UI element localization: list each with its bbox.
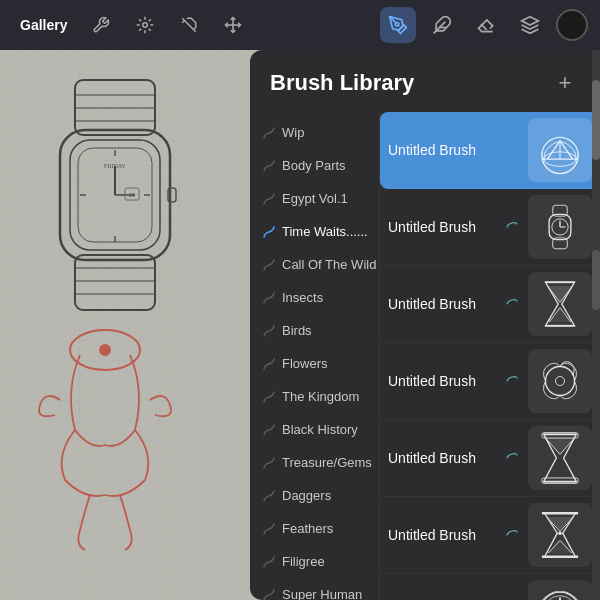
brush-icon [262,159,276,173]
svg-point-41 [546,367,575,396]
brush-item[interactable]: Untitled Brush [380,497,600,574]
brush-info: Untitled Brush [388,142,500,158]
brush-checkmark-icon [504,527,520,543]
brush-icon [262,357,276,371]
brush-name: Untitled Brush [388,527,500,543]
category-item-insects[interactable]: Insects [250,281,379,314]
category-item-flowers[interactable]: Flowers [250,347,379,380]
brush-icon [262,192,276,206]
category-list: Wip Body Parts Egypt Vol.1 Time Waits...… [250,112,380,600]
category-label: Flowers [282,356,328,371]
brush-thumbnail [528,118,592,182]
svg-point-24 [396,23,399,26]
category-item-black-history[interactable]: Black History [250,413,379,446]
category-item-filigree[interactable]: Filigree [250,545,379,578]
brush-thumbnail [528,503,592,567]
brush-icon [262,555,276,569]
brush-thumbnail [528,580,592,600]
category-item-the-kingdom[interactable]: The Kingdom [250,380,379,413]
brush-name: Untitled Brush [388,219,500,235]
category-label: The Kingdom [282,389,359,404]
brush-item[interactable]: Untitled Brush [380,420,600,497]
brush-item[interactable]: Untitled Brush [380,266,600,343]
category-item-birds[interactable]: Birds [250,314,379,347]
category-label: Wip [282,125,304,140]
panel-content: Wip Body Parts Egypt Vol.1 Time Waits...… [250,112,600,600]
category-label: Egypt Vol.1 [282,191,348,206]
add-brush-button[interactable]: + [550,68,580,98]
brush-info: Untitled Brush [388,450,500,466]
svg-point-49 [558,531,562,535]
brush-thumbnail [528,426,592,490]
panel-scrollbar[interactable] [592,50,600,600]
brush-icon [262,291,276,305]
brush-name: Untitled Brush [388,142,500,158]
move-button[interactable] [215,7,251,43]
modify-button[interactable] [127,7,163,43]
smudge-button[interactable] [171,7,207,43]
brush-info: Untitled Brush [388,373,500,389]
brush-checkmark-icon [504,373,520,389]
category-label: Body Parts [282,158,346,173]
brush-list: Untitled Brush Untitled Brush Untitled B… [380,112,600,600]
category-item-super-human[interactable]: Super Human [250,578,379,600]
category-label: Insects [282,290,323,305]
category-item-egypt-vol1[interactable]: Egypt Vol.1 [250,182,379,215]
brush-name: Untitled Brush [388,450,500,466]
category-label: Time Waits...... [282,224,368,239]
smudge-tool-button[interactable] [424,7,460,43]
svg-point-23 [143,23,148,28]
brush-icon [262,258,276,272]
brush-name: Untitled Brush [388,373,500,389]
brush-icon [262,456,276,470]
brush-icon [262,489,276,503]
brush-icon [262,126,276,140]
category-label: Daggers [282,488,331,503]
brush-thumbnail [528,349,592,413]
brush-icon [262,390,276,404]
category-item-time-waits[interactable]: Time Waits...... [250,215,379,248]
pencil-tool-button[interactable] [380,7,416,43]
panel-header: Brush Library + [250,50,600,112]
category-label: Treasure/Gems [282,455,372,470]
brush-icon [262,423,276,437]
category-label: Filigree [282,554,325,569]
brush-checkmark-icon [504,450,520,466]
category-label: Birds [282,323,312,338]
brush-item[interactable]: Untitled Brush [380,112,600,189]
brush-info: Untitled Brush [388,296,500,312]
brush-name: Untitled Brush [388,296,500,312]
brush-info: Untitled Brush [388,219,500,235]
category-item-wip[interactable]: Wip [250,116,379,149]
category-item-feathers[interactable]: Feathers [250,512,379,545]
category-item-daggers[interactable]: Daggers [250,479,379,512]
brush-icon [262,522,276,536]
brush-icon [262,225,276,239]
category-label: Call Of The Wild [282,257,376,272]
brush-checkmark-icon [504,219,520,235]
brush-thumbnail [528,272,592,336]
category-label: Black History [282,422,358,437]
brush-info: Untitled Brush [388,527,500,543]
svg-point-42 [555,376,564,385]
category-label: Feathers [282,521,333,536]
brush-checkmark-icon [504,142,520,158]
brush-item[interactable]: Untitled Brush [380,574,600,600]
brush-panel: Brush Library + Wip Body Parts Egypt Vol… [250,50,600,600]
toolbar: Gallery [0,0,600,50]
color-picker[interactable] [556,9,588,41]
brush-thumbnail [528,195,592,259]
category-item-treasure-gems[interactable]: Treasure/Gems [250,446,379,479]
brush-item[interactable]: Untitled Brush [380,343,600,420]
brush-checkmark-icon [504,296,520,312]
panel-title: Brush Library [270,70,414,96]
category-item-body-parts[interactable]: Body Parts [250,149,379,182]
eraser-tool-button[interactable] [468,7,504,43]
wrench-button[interactable] [83,7,119,43]
category-item-call-of-wild[interactable]: Call Of The Wild [250,248,379,281]
category-label: Super Human [282,587,362,600]
brush-item[interactable]: Untitled Brush [380,189,600,266]
layers-button[interactable] [512,7,548,43]
brush-icon [262,324,276,338]
gallery-button[interactable]: Gallery [12,17,75,33]
